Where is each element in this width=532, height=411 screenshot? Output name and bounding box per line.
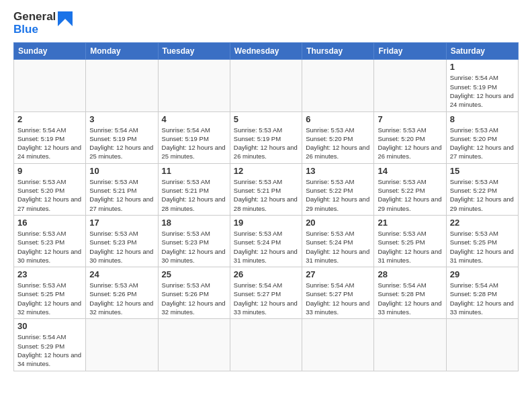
logo-general: General xyxy=(13,11,56,24)
day-number: 7 xyxy=(378,114,442,124)
day-info: Sunrise: 5:53 AMSunset: 5:19 PMDaylight:… xyxy=(234,126,298,161)
day-info: Sunrise: 5:53 AMSunset: 5:26 PMDaylight:… xyxy=(89,281,154,316)
day-cell-17: 17 Sunrise: 5:53 AMSunset: 5:23 PMDaylig… xyxy=(86,215,158,267)
day-number: 28 xyxy=(378,269,442,279)
day-cell-16: 16 Sunrise: 5:53 AMSunset: 5:23 PMDaylig… xyxy=(14,215,86,267)
day-cell-1: 1 Sunrise: 5:54 AMSunset: 5:19 PMDayligh… xyxy=(446,60,518,111)
day-cell-23: 23 Sunrise: 5:53 AMSunset: 5:25 PMDaylig… xyxy=(14,267,86,319)
day-number: 24 xyxy=(89,269,154,279)
day-info: Sunrise: 5:53 AMSunset: 5:21 PMDaylight:… xyxy=(234,177,298,213)
day-number: 16 xyxy=(17,218,82,228)
day-info: Sunrise: 5:54 AMSunset: 5:19 PMDaylight:… xyxy=(17,126,82,161)
day-info: Sunrise: 5:53 AMSunset: 5:21 PMDaylight:… xyxy=(162,177,226,213)
logo-area: General Blue xyxy=(13,11,73,36)
day-cell-7: 7 Sunrise: 5:53 AMSunset: 5:20 PMDayligh… xyxy=(374,111,446,163)
day-number: 13 xyxy=(306,166,370,176)
day-info: Sunrise: 5:53 AMSunset: 5:24 PMDaylight:… xyxy=(234,229,298,265)
empty-cell xyxy=(230,319,302,371)
day-number: 8 xyxy=(450,114,515,124)
day-info: Sunrise: 5:53 AMSunset: 5:22 PMDaylight:… xyxy=(378,177,442,213)
day-number: 19 xyxy=(234,218,298,228)
day-info: Sunrise: 5:53 AMSunset: 5:25 PMDaylight:… xyxy=(378,229,442,265)
day-number: 2 xyxy=(17,114,82,124)
day-number: 23 xyxy=(17,269,82,279)
day-number: 20 xyxy=(306,218,370,228)
day-info: Sunrise: 5:54 AMSunset: 5:19 PMDaylight:… xyxy=(89,126,154,161)
day-number: 17 xyxy=(89,218,154,228)
day-info: Sunrise: 5:54 AMSunset: 5:28 PMDaylight:… xyxy=(450,281,515,316)
calendar-row: 23 Sunrise: 5:53 AMSunset: 5:25 PMDaylig… xyxy=(14,267,519,319)
day-number: 15 xyxy=(450,166,515,176)
day-cell-6: 6 Sunrise: 5:53 AMSunset: 5:20 PMDayligh… xyxy=(302,111,374,163)
day-number: 25 xyxy=(162,269,226,279)
day-info: Sunrise: 5:53 AMSunset: 5:20 PMDaylight:… xyxy=(450,126,515,161)
day-number: 22 xyxy=(450,218,515,228)
day-cell-18: 18 Sunrise: 5:53 AMSunset: 5:23 PMDaylig… xyxy=(158,215,230,267)
day-cell-19: 19 Sunrise: 5:53 AMSunset: 5:24 PMDaylig… xyxy=(230,215,302,267)
calendar: Sunday Monday Tuesday Wednesday Thursday… xyxy=(13,42,519,371)
day-number: 6 xyxy=(306,114,370,124)
day-info: Sunrise: 5:53 AMSunset: 5:25 PMDaylight:… xyxy=(17,281,82,316)
day-cell-2: 2 Sunrise: 5:54 AMSunset: 5:19 PMDayligh… xyxy=(14,111,86,163)
day-info: Sunrise: 5:53 AMSunset: 5:20 PMDaylight:… xyxy=(306,126,370,161)
day-info: Sunrise: 5:54 AMSunset: 5:19 PMDaylight:… xyxy=(450,73,515,109)
empty-cell xyxy=(302,60,374,111)
header-thursday: Thursday xyxy=(302,43,374,60)
header-friday: Friday xyxy=(374,43,446,60)
day-info: Sunrise: 5:54 AMSunset: 5:27 PMDaylight:… xyxy=(234,281,298,316)
empty-cell xyxy=(302,319,374,371)
empty-cell xyxy=(14,60,86,111)
day-info: Sunrise: 5:53 AMSunset: 5:26 PMDaylight:… xyxy=(162,281,226,316)
day-info: Sunrise: 5:53 AMSunset: 5:20 PMDaylight:… xyxy=(378,126,442,161)
day-cell-21: 21 Sunrise: 5:53 AMSunset: 5:25 PMDaylig… xyxy=(374,215,446,267)
day-info: Sunrise: 5:54 AMSunset: 5:28 PMDaylight:… xyxy=(378,281,442,316)
day-number: 9 xyxy=(17,166,82,176)
header-saturday: Saturday xyxy=(446,43,518,60)
day-info: Sunrise: 5:53 AMSunset: 5:23 PMDaylight:… xyxy=(89,229,154,265)
calendar-row: 2 Sunrise: 5:54 AMSunset: 5:19 PMDayligh… xyxy=(14,111,519,163)
empty-cell xyxy=(158,60,230,111)
day-cell-8: 8 Sunrise: 5:53 AMSunset: 5:20 PMDayligh… xyxy=(446,111,518,163)
day-cell-15: 15 Sunrise: 5:53 AMSunset: 5:22 PMDaylig… xyxy=(446,163,518,215)
calendar-row: 16 Sunrise: 5:53 AMSunset: 5:23 PMDaylig… xyxy=(14,215,519,267)
header-wednesday: Wednesday xyxy=(230,43,302,60)
day-number: 29 xyxy=(450,269,515,279)
day-cell-22: 22 Sunrise: 5:53 AMSunset: 5:25 PMDaylig… xyxy=(446,215,518,267)
day-number: 3 xyxy=(89,114,154,124)
day-number: 26 xyxy=(234,269,298,279)
day-cell-29: 29 Sunrise: 5:54 AMSunset: 5:28 PMDaylig… xyxy=(446,267,518,319)
day-number: 11 xyxy=(162,166,226,176)
day-cell-14: 14 Sunrise: 5:53 AMSunset: 5:22 PMDaylig… xyxy=(374,163,446,215)
header-sunday: Sunday xyxy=(14,43,86,60)
calendar-row: 9 Sunrise: 5:53 AMSunset: 5:20 PMDayligh… xyxy=(14,163,519,215)
header-tuesday: Tuesday xyxy=(158,43,230,60)
day-number: 10 xyxy=(89,166,154,176)
day-number: 21 xyxy=(378,218,442,228)
empty-cell xyxy=(446,319,518,371)
empty-cell xyxy=(158,319,230,371)
day-info: Sunrise: 5:53 AMSunset: 5:25 PMDaylight:… xyxy=(450,229,515,265)
day-cell-30: 30 Sunrise: 5:54 AMSunset: 5:29 PMDaylig… xyxy=(14,319,86,371)
day-cell-25: 25 Sunrise: 5:53 AMSunset: 5:26 PMDaylig… xyxy=(158,267,230,319)
day-info: Sunrise: 5:53 AMSunset: 5:21 PMDaylight:… xyxy=(89,177,154,213)
day-cell-12: 12 Sunrise: 5:53 AMSunset: 5:21 PMDaylig… xyxy=(230,163,302,215)
day-cell-28: 28 Sunrise: 5:54 AMSunset: 5:28 PMDaylig… xyxy=(374,267,446,319)
logo-blue: Blue xyxy=(13,24,56,36)
day-cell-9: 9 Sunrise: 5:53 AMSunset: 5:20 PMDayligh… xyxy=(14,163,86,215)
day-info: Sunrise: 5:54 AMSunset: 5:29 PMDaylight:… xyxy=(17,332,82,368)
weekday-header-row: Sunday Monday Tuesday Wednesday Thursday… xyxy=(14,43,519,60)
day-info: Sunrise: 5:53 AMSunset: 5:23 PMDaylight:… xyxy=(162,229,226,265)
day-cell-4: 4 Sunrise: 5:54 AMSunset: 5:19 PMDayligh… xyxy=(158,111,230,163)
day-info: Sunrise: 5:54 AMSunset: 5:27 PMDaylight:… xyxy=(306,281,370,316)
logo: General Blue xyxy=(13,11,73,36)
day-info: Sunrise: 5:53 AMSunset: 5:22 PMDaylight:… xyxy=(450,177,515,213)
logo-icon xyxy=(58,11,73,36)
day-cell-5: 5 Sunrise: 5:53 AMSunset: 5:19 PMDayligh… xyxy=(230,111,302,163)
day-info: Sunrise: 5:53 AMSunset: 5:24 PMDaylight:… xyxy=(306,229,370,265)
day-cell-10: 10 Sunrise: 5:53 AMSunset: 5:21 PMDaylig… xyxy=(86,163,158,215)
empty-cell xyxy=(86,319,158,371)
calendar-row: 30 Sunrise: 5:54 AMSunset: 5:29 PMDaylig… xyxy=(14,319,519,371)
day-number: 1 xyxy=(450,62,515,72)
day-cell-26: 26 Sunrise: 5:54 AMSunset: 5:27 PMDaylig… xyxy=(230,267,302,319)
day-number: 18 xyxy=(162,218,226,228)
